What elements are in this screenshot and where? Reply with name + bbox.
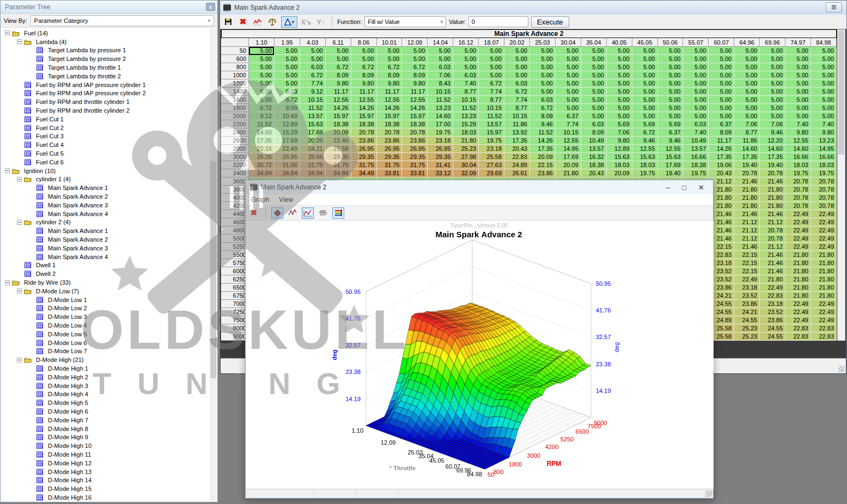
- table-cell[interactable]: 7.74: [504, 96, 530, 104]
- table-cell[interactable]: 9.80: [325, 79, 351, 88]
- table-cell[interactable]: 5.00: [709, 88, 734, 96]
- table-cell[interactable]: 5.00: [785, 47, 811, 55]
- table-cell[interactable]: 5.00: [606, 104, 632, 112]
- table-cell[interactable]: 21.80: [734, 202, 760, 210]
- table-cell[interactable]: 5.00: [274, 63, 300, 71]
- table-cell[interactable]: 22.15: [249, 145, 275, 153]
- table-cell[interactable]: 21.80: [785, 259, 811, 267]
- table-cell[interactable]: 8.77: [453, 88, 479, 96]
- row-header[interactable]: 1800: [222, 104, 249, 112]
- tree-item-fuel-by-rpm-and-iap-pressure-cylinder-1[interactable]: Fuel by RPM and IAP pressure cylinder 1: [1, 81, 210, 89]
- table-cell[interactable]: 13.23: [453, 112, 479, 120]
- table-cell[interactable]: 21.80: [785, 292, 811, 300]
- row-header[interactable]: 1200: [222, 79, 249, 88]
- tree-item-target-lambda-by-throttle-1[interactable]: Target Lambda by throttle 1: [1, 63, 210, 72]
- close-icon[interactable]: x: [206, 3, 215, 11]
- table-cell[interactable]: 5.00: [657, 79, 683, 88]
- table-cell[interactable]: 10.15: [504, 112, 530, 120]
- table-cell[interactable]: 5.00: [300, 55, 325, 63]
- row-header[interactable]: 2200: [222, 120, 249, 128]
- table-cell[interactable]: 12.55: [785, 137, 811, 145]
- table-cell[interactable]: 15.97: [351, 112, 376, 120]
- tree-item-d-mode-high-6[interactable]: D-Mode High 6: [1, 407, 210, 416]
- tree-item-d-mode-high-11[interactable]: D-Mode High 11: [1, 450, 210, 459]
- table-cell[interactable]: 9.80: [402, 79, 428, 88]
- table-cell[interactable]: 19.40: [760, 161, 785, 169]
- table-cell[interactable]: 5.00: [274, 71, 300, 79]
- tree-item-fuel-cut-1[interactable]: Fuel Cut 1: [1, 115, 210, 124]
- table-cell[interactable]: 21.80: [811, 284, 836, 292]
- trace-icon[interactable]: [252, 16, 264, 28]
- table-cell[interactable]: 22.49: [811, 243, 836, 251]
- table-cell[interactable]: 5.00: [785, 55, 811, 63]
- table-cell[interactable]: 21.12: [734, 235, 760, 243]
- table-cell[interactable]: 21.46: [760, 177, 785, 186]
- table-cell[interactable]: 5.00: [760, 55, 785, 63]
- table-cell[interactable]: 24.55: [760, 333, 785, 341]
- tree-item-d-mode-high-2[interactable]: D-Mode High 2: [1, 373, 210, 382]
- table-cell[interactable]: 22.49: [785, 226, 811, 235]
- table-cell[interactable]: 31.75: [351, 161, 376, 169]
- row-header[interactable]: 1600: [222, 96, 249, 104]
- column-header[interactable]: 16.12: [453, 39, 479, 47]
- table-cell[interactable]: 22.49: [325, 137, 351, 145]
- column-header[interactable]: 8.06: [351, 39, 376, 47]
- table-cell[interactable]: 5.00: [274, 47, 300, 55]
- table-cell[interactable]: 6.72: [632, 128, 657, 137]
- table-cell[interactable]: 5.00: [453, 63, 479, 71]
- table-cell[interactable]: 8.09: [325, 71, 351, 79]
- table-cell[interactable]: 6.03: [274, 88, 300, 96]
- table-cell[interactable]: 7.40: [683, 128, 709, 137]
- table-cell[interactable]: 5.00: [811, 79, 836, 88]
- table-cell[interactable]: 5.00: [504, 71, 530, 79]
- table-cell[interactable]: 10.49: [581, 137, 606, 145]
- collapse-icon[interactable]: [17, 288, 22, 293]
- table-cell[interactable]: 22.49: [785, 218, 811, 226]
- table-cell[interactable]: 5.00: [785, 96, 811, 104]
- table-cell[interactable]: 7.06: [734, 120, 760, 128]
- table-cell[interactable]: 5.00: [632, 112, 657, 120]
- table-cell[interactable]: 33.12: [428, 169, 453, 177]
- table-cell[interactable]: 5.00: [555, 88, 581, 96]
- table-cell[interactable]: 7.40: [785, 120, 811, 128]
- table-cell[interactable]: 11.86: [734, 137, 760, 145]
- table-scrollbar-thumb[interactable]: [838, 30, 844, 155]
- table-cell[interactable]: 17.69: [657, 161, 683, 169]
- maximize-icon[interactable]: □: [682, 183, 686, 192]
- row-header[interactable]: 2000: [222, 112, 249, 120]
- table-cell[interactable]: 5.00: [734, 96, 760, 104]
- table-cell[interactable]: 19.75: [632, 169, 657, 177]
- table-cell[interactable]: 21.80: [811, 267, 836, 275]
- tree-item-d-mode-high-7[interactable]: D-Mode High 7: [1, 416, 210, 425]
- tree-item-main-spark-advance-1[interactable]: Main Spark Advance 1: [1, 226, 210, 235]
- table-cell[interactable]: 5.00: [657, 96, 683, 104]
- table-cell[interactable]: 13.57: [300, 112, 325, 120]
- table-cell[interactable]: 5.00: [683, 79, 709, 88]
- table-cell[interactable]: 21.12: [734, 218, 760, 226]
- table-cell[interactable]: 8.77: [504, 104, 530, 112]
- table-cell[interactable]: 8.09: [529, 112, 555, 120]
- table-cell[interactable]: 18.03: [453, 128, 479, 137]
- table-cell[interactable]: 5.00: [683, 55, 709, 63]
- table-cell[interactable]: 5.00: [709, 112, 734, 120]
- tree-folder-lambda-4-[interactable]: Lambda (4): [1, 38, 210, 46]
- table-cell[interactable]: 22.49: [811, 300, 836, 308]
- table-cell[interactable]: 20.43: [709, 169, 734, 177]
- table-cell[interactable]: 5.00: [479, 55, 504, 63]
- table-cell[interactable]: 24.21: [734, 308, 760, 316]
- table-cell[interactable]: 23.86: [760, 316, 785, 324]
- table-cell[interactable]: 23.86: [402, 137, 428, 145]
- tree-item-main-spark-advance-4[interactable]: Main Spark Advance 4: [1, 210, 210, 218]
- table-cell[interactable]: 5.00: [709, 71, 734, 79]
- table-cell[interactable]: 22.15: [734, 251, 760, 259]
- table-cell[interactable]: 21.80: [760, 202, 785, 210]
- table-cell[interactable]: 26.95: [351, 145, 376, 153]
- table-cell[interactable]: 5.00: [376, 55, 402, 63]
- table-cell[interactable]: 5.00: [811, 96, 836, 104]
- table-cell[interactable]: 5.00: [428, 55, 453, 63]
- table-cell[interactable]: 5.00: [479, 47, 504, 55]
- table-cell[interactable]: 18.38: [351, 120, 376, 128]
- table-cell[interactable]: 21.80: [760, 275, 785, 284]
- tree-item-dwell-2[interactable]: Dwell 2: [1, 269, 210, 278]
- table-cell[interactable]: 18.03: [811, 161, 836, 169]
